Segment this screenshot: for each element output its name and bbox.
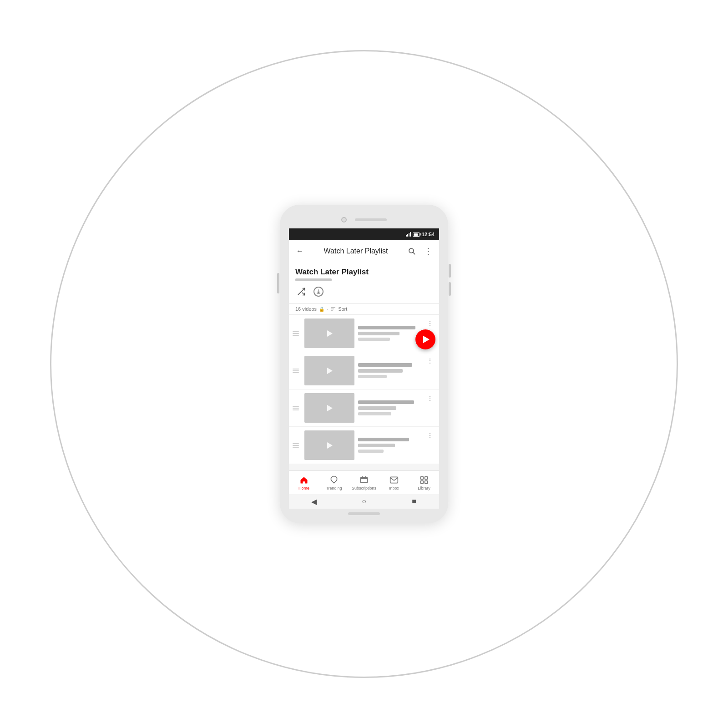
- battery-icon: [413, 233, 420, 237]
- video-thumbnail[interactable]: [304, 430, 354, 460]
- phone-top-bar: [280, 213, 448, 227]
- nav-trending[interactable]: Trending: [319, 475, 349, 490]
- nav-inbox[interactable]: Inbox: [379, 475, 409, 490]
- video-title-line1: [358, 363, 412, 367]
- bottom-speaker: [348, 512, 380, 515]
- app-bar-title: Watch Later Playlist: [311, 247, 401, 255]
- video-thumbnail[interactable]: [304, 318, 354, 348]
- sort-label: Sort: [338, 306, 347, 312]
- video-thumbnail[interactable]: [304, 393, 354, 423]
- nav-library[interactable]: Library: [409, 475, 439, 490]
- svg-rect-9: [425, 476, 428, 479]
- video-channel: [358, 450, 384, 453]
- signal-icon: [406, 232, 411, 237]
- video-title-line1: [358, 400, 414, 404]
- video-title-line2: [358, 369, 403, 373]
- more-options-button[interactable]: ⋮: [423, 246, 434, 257]
- shuffle-button[interactable]: [295, 286, 307, 298]
- video-count-row: 16 videos 🔒 · Sort: [289, 303, 439, 315]
- thumb-play-icon: [327, 330, 333, 337]
- video-title-line2: [358, 406, 396, 410]
- video-more-button[interactable]: ⋮: [425, 393, 435, 402]
- thumb-play-icon: [327, 405, 333, 411]
- drag-handle: [291, 369, 301, 373]
- playlist-title: Watch Later Playlist: [295, 268, 433, 277]
- screen: 12:54 ← Watch Later Playlist ⋮: [289, 228, 439, 509]
- video-meta: [358, 400, 422, 415]
- nav-library-label: Library: [418, 486, 430, 490]
- signal-bar-4: [410, 232, 411, 237]
- svg-rect-8: [421, 476, 424, 479]
- download-button[interactable]: [313, 287, 324, 297]
- video-thumbnail[interactable]: [304, 356, 354, 385]
- home-system-button[interactable]: ○: [360, 497, 368, 506]
- back-system-button[interactable]: ◀: [310, 497, 318, 506]
- drag-handle: [291, 443, 301, 448]
- video-item: ⋮: [289, 427, 439, 464]
- app-bar: ← Watch Later Playlist ⋮: [289, 240, 439, 262]
- subscriptions-icon: [359, 475, 369, 485]
- playlist-actions: [295, 286, 433, 298]
- status-time: 12:54: [422, 232, 435, 237]
- svg-rect-11: [425, 480, 428, 483]
- video-channel: [358, 375, 387, 378]
- nav-home[interactable]: Home: [289, 475, 319, 490]
- phone-shell: 12:54 ← Watch Later Playlist ⋮: [280, 205, 448, 523]
- video-channel: [358, 412, 391, 415]
- video-title-line1: [358, 326, 415, 329]
- nav-subscriptions[interactable]: Subscriptions: [349, 475, 379, 490]
- status-bar: 12:54: [289, 228, 439, 240]
- volume-up-button: [449, 264, 451, 278]
- video-item: ⋮: [289, 352, 439, 389]
- svg-rect-10: [421, 480, 424, 483]
- video-title-line2: [358, 444, 395, 447]
- volume-down-button: [449, 282, 451, 296]
- content-area: Watch Later Playlist: [289, 262, 439, 470]
- svg-line-1: [413, 253, 415, 254]
- video-count: 16 videos: [295, 306, 317, 312]
- nav-subscriptions-label: Subscriptions: [352, 486, 376, 490]
- nav-home-label: Home: [298, 486, 309, 490]
- recents-system-button[interactable]: ■: [410, 497, 418, 506]
- video-title-line1: [358, 438, 409, 441]
- video-meta: [358, 363, 422, 378]
- signal-bar-1: [406, 235, 407, 237]
- video-more-button[interactable]: ⋮: [425, 356, 435, 365]
- front-camera: [341, 217, 347, 222]
- signal-bar-2: [407, 234, 408, 237]
- home-icon: [299, 475, 309, 485]
- power-button: [277, 273, 279, 293]
- video-more-button[interactable]: ⋮: [425, 430, 435, 440]
- back-button[interactable]: ←: [294, 246, 305, 257]
- thumb-play-icon: [327, 442, 333, 449]
- dot-separator: ·: [327, 306, 328, 312]
- video-more-button[interactable]: ⋮: [425, 318, 435, 328]
- thumb-play-icon: [327, 368, 333, 374]
- drag-handle: [291, 406, 301, 410]
- video-meta: [358, 438, 422, 453]
- background-circle: 12:54 ← Watch Later Playlist ⋮: [50, 50, 678, 678]
- top-speaker: [355, 218, 387, 221]
- search-button[interactable]: [406, 246, 417, 257]
- nav-trending-label: Trending: [326, 486, 342, 490]
- lock-icon: 🔒: [319, 307, 324, 312]
- library-icon: [419, 475, 429, 485]
- video-item: ⋮: [289, 389, 439, 427]
- drag-handle: [291, 331, 301, 336]
- sort-icon: [330, 306, 336, 312]
- playlist-subtitle-bar: [295, 278, 332, 281]
- video-title-line2: [358, 332, 399, 335]
- inbox-icon: [389, 475, 399, 485]
- playlist-header: Watch Later Playlist: [289, 262, 439, 303]
- video-item: ⋮: [289, 315, 439, 352]
- signal-bar-3: [409, 233, 410, 237]
- video-meta: [358, 326, 422, 341]
- video-channel: [358, 338, 390, 341]
- trending-icon: [329, 475, 339, 485]
- bottom-nav: Home Trending: [289, 470, 439, 494]
- play-all-button[interactable]: [415, 329, 435, 349]
- nav-inbox-label: Inbox: [389, 486, 399, 490]
- battery-fill: [414, 233, 418, 236]
- play-icon: [423, 336, 430, 343]
- system-nav-bar: ◀ ○ ■: [289, 494, 439, 509]
